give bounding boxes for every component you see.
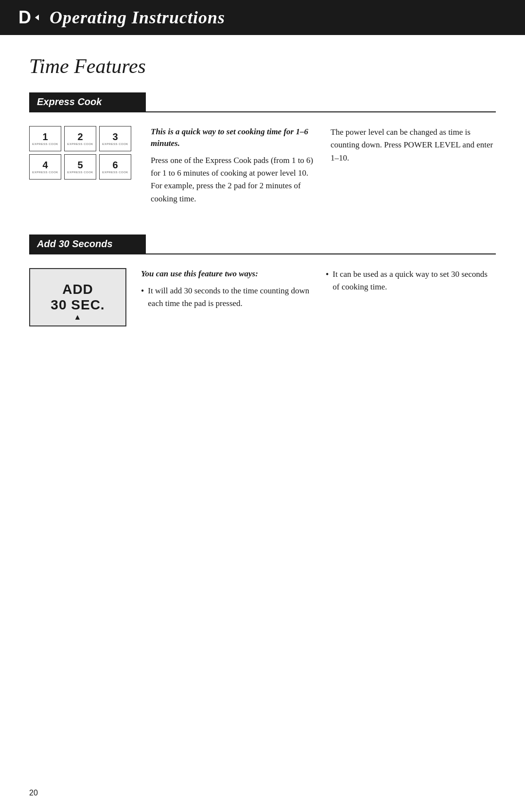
express-cook-intro-bold: This is a quick way to set cooking time … bbox=[151, 126, 316, 149]
express-cook-col1: This is a quick way to set cooking time … bbox=[151, 126, 316, 210]
section-divider-1 bbox=[29, 111, 496, 112]
pad-5-label: EXPRESS COOK bbox=[67, 171, 93, 174]
pad-4-number: 4 bbox=[42, 160, 48, 170]
page-content: Time Features Express Cook 1 EXPRESS COO… bbox=[0, 35, 525, 380]
pad-4-label: EXPRESS COOK bbox=[32, 171, 58, 174]
add30-bullet-1: It will add 30 seconds to the time count… bbox=[141, 285, 311, 310]
add30-header: Add 30 Seconds bbox=[29, 235, 146, 253]
pad-1-label: EXPRESS COOK bbox=[32, 143, 58, 145]
pad-5[interactable]: 5 EXPRESS COOK bbox=[64, 154, 96, 180]
header-title: Operating Instructions bbox=[50, 7, 225, 28]
express-cook-body: 1 EXPRESS COOK 2 EXPRESS COOK 3 EXPRESS … bbox=[29, 126, 496, 210]
pad-3[interactable]: 3 EXPRESS COOK bbox=[99, 126, 131, 151]
pad-5-number: 5 bbox=[77, 160, 83, 170]
pad-3-number: 3 bbox=[112, 132, 118, 142]
page-header: D Operating Instructions bbox=[0, 0, 525, 35]
brand-logo-icon: D bbox=[15, 5, 40, 30]
pad-6-label: EXPRESS COOK bbox=[102, 171, 128, 174]
pad-6[interactable]: 6 EXPRESS COOK bbox=[99, 154, 131, 180]
add30-bullet-list-2: It can be used as a quick way to set 30 … bbox=[326, 268, 496, 294]
express-cook-header: Express Cook bbox=[29, 92, 146, 111]
pad-1[interactable]: 1 EXPRESS COOK bbox=[29, 126, 61, 151]
add30-pad[interactable]: ADD 30 SEC. ▲ bbox=[29, 268, 126, 326]
pad-3-label: EXPRESS COOK bbox=[102, 143, 128, 145]
pad-1-number: 1 bbox=[42, 132, 48, 142]
express-cook-section: Express Cook 1 EXPRESS COOK 2 EXPRESS CO… bbox=[29, 92, 496, 210]
express-cook-pad-grid: 1 EXPRESS COOK 2 EXPRESS COOK 3 EXPRESS … bbox=[29, 126, 136, 182]
pad-6-number: 6 bbox=[112, 160, 118, 170]
add30-line2: 30 SEC. bbox=[51, 297, 105, 313]
add30-body: ADD 30 SEC. ▲ You can use this feature t… bbox=[29, 268, 496, 326]
express-cook-body-text: Press one of the Express Cook pads (from… bbox=[151, 154, 316, 205]
express-cook-col2-text: The power level can be changed as time i… bbox=[331, 126, 496, 164]
pad-4[interactable]: 4 EXPRESS COOK bbox=[29, 154, 61, 180]
pad-row-2: 4 EXPRESS COOK 5 EXPRESS COOK 6 EXPRESS … bbox=[29, 154, 136, 180]
add30-section: Add 30 Seconds ADD 30 SEC. ▲ You can use… bbox=[29, 235, 496, 326]
add30-bullet-list: It will add 30 seconds to the time count… bbox=[141, 285, 311, 310]
express-cook-col2: The power level can be changed as time i… bbox=[331, 126, 496, 169]
add30-line1: ADD bbox=[62, 282, 93, 297]
add30-col1: You can use this feature two ways: It wi… bbox=[141, 268, 311, 317]
add30-arrow-icon: ▲ bbox=[74, 313, 82, 322]
pad-row-1: 1 EXPRESS COOK 2 EXPRESS COOK 3 EXPRESS … bbox=[29, 126, 136, 151]
add30-col2: It can be used as a quick way to set 30 … bbox=[326, 268, 496, 301]
pad-2[interactable]: 2 EXPRESS COOK bbox=[64, 126, 96, 151]
section-divider-2 bbox=[29, 253, 496, 254]
pad-2-number: 2 bbox=[77, 132, 83, 142]
add30-bullet-2: It can be used as a quick way to set 30 … bbox=[326, 268, 496, 294]
svg-text:D: D bbox=[18, 7, 31, 27]
page-subtitle: Time Features bbox=[29, 54, 496, 78]
pad-2-label: EXPRESS COOK bbox=[67, 143, 93, 145]
page-number: 20 bbox=[29, 789, 38, 797]
add30-intro-bold: You can use this feature two ways: bbox=[141, 268, 311, 280]
